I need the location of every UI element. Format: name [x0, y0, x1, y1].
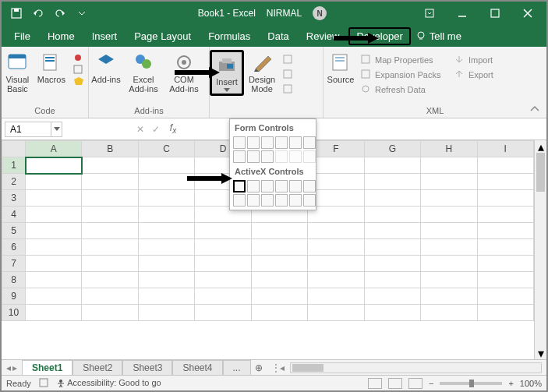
- record-macro-icon[interactable]: [72, 52, 85, 63]
- macro-record-status-icon[interactable]: [39, 378, 48, 389]
- cell[interactable]: [138, 223, 194, 239]
- cell[interactable]: [251, 256, 307, 272]
- cell[interactable]: [138, 174, 194, 190]
- expansion-packs-button[interactable]: Expansion Packs: [361, 68, 448, 82]
- cell[interactable]: [82, 239, 138, 256]
- row-header[interactable]: 3: [2, 190, 26, 207]
- cell[interactable]: [82, 207, 138, 223]
- macros-button[interactable]: Macros: [34, 50, 69, 86]
- ribbon-display-options-icon[interactable]: [414, 2, 445, 24]
- cell[interactable]: [195, 272, 251, 288]
- name-box-dropdown[interactable]: [51, 122, 62, 137]
- import-button[interactable]: Import: [454, 53, 503, 67]
- vertical-scrollbar[interactable]: ▴ ▾: [534, 140, 546, 359]
- activex-spin-icon[interactable]: [275, 194, 288, 207]
- cell[interactable]: [251, 272, 307, 288]
- row-header[interactable]: 5: [2, 223, 26, 239]
- source-button[interactable]: Source: [323, 50, 358, 86]
- scroll-up-icon[interactable]: ▴: [535, 140, 546, 153]
- sheet-tab-more[interactable]: ...: [223, 360, 251, 375]
- form-combobox-icon[interactable]: [247, 136, 260, 149]
- cell[interactable]: [477, 272, 534, 288]
- activex-checkbox-icon[interactable]: [261, 180, 274, 192]
- form-option-icon[interactable]: [303, 136, 316, 149]
- cell[interactable]: [364, 207, 420, 223]
- refresh-data-button[interactable]: Refresh Data: [361, 83, 448, 97]
- cell[interactable]: [82, 272, 138, 288]
- row-header[interactable]: 9: [2, 288, 26, 305]
- tab-home[interactable]: Home: [40, 27, 83, 45]
- cancel-icon[interactable]: ✕: [133, 124, 148, 135]
- cell[interactable]: [477, 288, 534, 305]
- tab-data[interactable]: Data: [260, 27, 296, 45]
- view-code-button[interactable]: [283, 68, 294, 82]
- cell[interactable]: [251, 288, 307, 305]
- cell[interactable]: [308, 272, 364, 288]
- activex-image-icon[interactable]: [261, 194, 274, 207]
- accessibility-status[interactable]: Accessibility: Good to go: [56, 378, 161, 388]
- run-dialog-button[interactable]: [283, 83, 294, 97]
- cell[interactable]: [477, 223, 534, 239]
- cell[interactable]: [477, 256, 534, 272]
- addins-button[interactable]: Add-ins: [89, 50, 123, 86]
- activex-more-controls-icon[interactable]: [303, 194, 316, 207]
- properties-button[interactable]: [283, 53, 294, 67]
- form-textfield-icon[interactable]: [275, 150, 288, 163]
- excel-addins-button[interactable]: Excel Add-ins: [123, 50, 164, 95]
- activex-toggle-icon[interactable]: [289, 194, 302, 207]
- cell[interactable]: [138, 190, 194, 207]
- cell[interactable]: [251, 223, 307, 239]
- horizontal-scrollbar[interactable]: ◂ ▸: [290, 362, 542, 373]
- form-label-icon[interactable]: [247, 150, 260, 163]
- cell[interactable]: [195, 239, 251, 256]
- form-groupbox-icon[interactable]: [233, 150, 246, 163]
- column-header[interactable]: G: [364, 141, 420, 157]
- cell[interactable]: [364, 239, 420, 256]
- cell[interactable]: [477, 174, 534, 190]
- row-header[interactable]: 8: [2, 272, 26, 288]
- zoom-out-button[interactable]: −: [429, 379, 433, 388]
- cell[interactable]: [26, 174, 82, 190]
- cell[interactable]: [364, 305, 420, 321]
- normal-view-button[interactable]: [368, 378, 382, 389]
- cell[interactable]: [421, 157, 477, 174]
- minimize-icon[interactable]: [447, 2, 478, 24]
- cell[interactable]: [82, 174, 138, 190]
- cell[interactable]: [82, 223, 138, 239]
- cell[interactable]: [138, 207, 194, 223]
- cell[interactable]: [195, 256, 251, 272]
- cell[interactable]: [26, 190, 82, 207]
- row-header[interactable]: 1: [2, 157, 26, 174]
- sheet-tab[interactable]: Sheet3: [122, 360, 172, 375]
- cell[interactable]: [364, 174, 420, 190]
- save-icon[interactable]: [8, 5, 25, 22]
- cell[interactable]: [308, 239, 364, 256]
- activex-listbox-icon[interactable]: [275, 180, 288, 192]
- activex-combobox-icon[interactable]: [247, 180, 260, 192]
- cell[interactable]: [364, 272, 420, 288]
- cell[interactable]: [421, 190, 477, 207]
- tab-insert[interactable]: Insert: [84, 27, 126, 45]
- cell[interactable]: [364, 256, 420, 272]
- sheet-nav-next-icon[interactable]: ▸: [12, 362, 17, 373]
- zoom-slider[interactable]: [440, 382, 502, 385]
- column-header[interactable]: A: [26, 141, 82, 157]
- cell[interactable]: [26, 157, 82, 174]
- activex-scrollbar-icon[interactable]: [303, 180, 316, 192]
- redo-icon[interactable]: [51, 5, 69, 22]
- cell[interactable]: [138, 288, 194, 305]
- activex-label-icon[interactable]: [247, 194, 260, 207]
- cell[interactable]: [308, 305, 364, 321]
- tab-file[interactable]: File: [6, 27, 38, 45]
- page-break-view-button[interactable]: [408, 378, 422, 389]
- cell[interactable]: [421, 305, 477, 321]
- cell[interactable]: [364, 223, 420, 239]
- cell[interactable]: [421, 256, 477, 272]
- cell[interactable]: [364, 157, 420, 174]
- cell[interactable]: [421, 223, 477, 239]
- zoom-level[interactable]: 100%: [520, 379, 542, 388]
- form-listbox-icon[interactable]: [289, 136, 302, 149]
- collapse-ribbon-icon[interactable]: [528, 104, 542, 115]
- row-header[interactable]: 2: [2, 174, 26, 190]
- cell[interactable]: [251, 239, 307, 256]
